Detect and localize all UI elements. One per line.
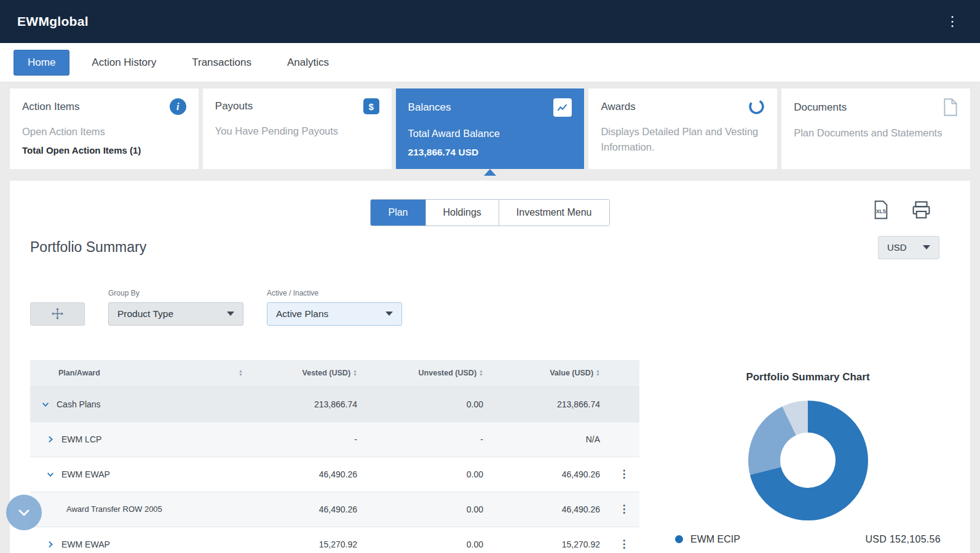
move-button[interactable] xyxy=(30,302,85,326)
table-row-ewm-ewap[interactable]: EWM EWAP15,270.920.0015,270.92⋮ xyxy=(30,527,639,553)
content-row: Plan/Award▲▼Vested (USD)▲▼Unvested (USD)… xyxy=(10,326,970,553)
chevron-right-icon[interactable] xyxy=(46,435,55,444)
card-value: 213,866.74 USD xyxy=(408,147,572,158)
plan-award-label: EWM EWAP xyxy=(61,469,110,479)
plan-award-label: Cash Plans xyxy=(57,399,101,409)
move-icon xyxy=(52,308,63,320)
nav-tab-transactions[interactable]: Transactions xyxy=(178,50,265,75)
column-label: Vested (USD) xyxy=(302,369,351,377)
sort-icon[interactable]: ▲▼ xyxy=(239,369,243,377)
sort-icon[interactable]: ▲▼ xyxy=(479,369,483,377)
active-plans-dropdown[interactable]: Active Plans xyxy=(267,302,402,326)
legend-dot xyxy=(675,535,683,543)
title-row: Portfolio Summary USD xyxy=(10,226,970,259)
segment-holdings[interactable]: Holdings xyxy=(425,200,499,226)
chart-legend: EWM ECIPUSD 152,105.56EWM EWAPUSD 46,490… xyxy=(675,529,941,553)
chevron-down-icon xyxy=(385,312,393,316)
legend-value: USD 152,105.56 xyxy=(865,534,941,545)
table-row-award-transfer-row-2005[interactable]: Award Transfer ROW 200546,490.260.0046,4… xyxy=(30,492,639,527)
chart-title: Portfolio Summary Chart xyxy=(664,371,952,383)
value-value: 46,490.26 xyxy=(492,504,609,514)
chart-column: Portfolio Summary Chart EWM ECIPUSD 152,… xyxy=(639,360,970,553)
card-documents[interactable]: DocumentsPlan Documents and Statements xyxy=(781,88,970,169)
chevron-down-icon xyxy=(17,505,31,520)
column-header-plan-award[interactable]: Plan/Award▲▼ xyxy=(30,369,249,377)
unvested-value: 0.00 xyxy=(366,469,492,479)
nav-tab-home[interactable]: Home xyxy=(14,50,69,76)
main-nav: HomeAction HistoryTransactionsAnalytics xyxy=(0,43,980,82)
card-title: Payouts xyxy=(215,100,253,112)
summary-cards: Action ItemsiOpen Action ItemsTotal Open… xyxy=(0,82,980,169)
table-row-ewm-ewap[interactable]: EWM EWAP46,490.260.0046,490.26⋮ xyxy=(30,457,639,492)
document-icon xyxy=(943,98,958,116)
column-header-unvested-usd[interactable]: Unvested (USD)▲▼ xyxy=(366,369,492,377)
vested-value: - xyxy=(249,434,366,444)
row-menu-icon[interactable]: ⋮ xyxy=(619,538,630,550)
line-chart-icon xyxy=(553,98,572,117)
card-title: Documents xyxy=(794,101,847,114)
top-bar: EWMglobal ⋮ xyxy=(0,0,980,43)
active-inactive-label: Active / Inactive xyxy=(267,289,402,297)
row-menu-icon[interactable]: ⋮ xyxy=(619,468,630,480)
sort-icon[interactable]: ▲▼ xyxy=(596,369,600,377)
plan-award-label: EWM LCP xyxy=(61,434,101,444)
donut-chart xyxy=(748,401,868,520)
column-header-value-usd[interactable]: Value (USD)▲▼ xyxy=(492,369,609,377)
card-title: Action Items xyxy=(22,101,80,113)
active-card-caret xyxy=(484,169,496,176)
card-subtitle: Open Action Items xyxy=(22,124,186,139)
plan-award-label: EWM EWAP xyxy=(61,539,110,549)
nav-tab-analytics[interactable]: Analytics xyxy=(274,50,342,75)
unvested-value: 0.00 xyxy=(366,504,492,514)
chevron-down-icon[interactable] xyxy=(41,400,50,409)
segment-investment-menu[interactable]: Investment Menu xyxy=(499,200,609,226)
brand-logo: EWMglobal xyxy=(17,14,89,29)
portfolio-table: Plan/Award▲▼Vested (USD)▲▼Unvested (USD)… xyxy=(30,360,639,553)
group-by-label: Group By xyxy=(108,289,243,297)
sort-icon[interactable]: ▲▼ xyxy=(353,369,357,377)
unvested-value: 0.00 xyxy=(366,399,492,409)
currency-dropdown[interactable]: USD xyxy=(878,236,939,259)
card-awards[interactable]: AwardsDisplays Detailed Plan and Vesting… xyxy=(588,88,777,169)
nav-tab-action-history[interactable]: Action History xyxy=(78,50,170,75)
overflow-menu-icon[interactable]: ⋮ xyxy=(942,14,963,29)
scroll-down-button[interactable] xyxy=(6,495,42,530)
chevron-down-icon xyxy=(227,312,234,316)
card-action-items[interactable]: Action ItemsiOpen Action ItemsTotal Open… xyxy=(10,88,199,169)
value-value: N/A xyxy=(492,434,609,444)
legend-item-ewm-ewap: EWM EWAPUSD 46,490.26 xyxy=(675,550,941,553)
currency-value: USD xyxy=(887,242,907,253)
page-title: Portfolio Summary xyxy=(30,239,146,256)
vested-value: 15,270.92 xyxy=(249,539,366,549)
chevron-down-icon[interactable] xyxy=(46,470,55,479)
card-balances[interactable]: BalancesTotal Award Balance213,866.74 US… xyxy=(396,88,585,169)
group-by-dropdown[interactable]: Product Type xyxy=(108,302,243,326)
group-by-filter: Group By Product Type xyxy=(108,289,243,326)
value-value: 46,490.26 xyxy=(492,469,609,479)
view-switcher: PlanHoldingsInvestment Menu xyxy=(370,199,609,226)
segment-plan[interactable]: Plan xyxy=(371,200,425,226)
table-body: Cash Plans213,866.740.00213,866.74EWM LC… xyxy=(30,387,639,553)
export-xls-icon[interactable]: XLS xyxy=(872,200,890,219)
column-label: Plan/Award xyxy=(58,369,100,377)
column-header-vested-usd[interactable]: Vested (USD)▲▼ xyxy=(249,369,366,377)
card-title: Awards xyxy=(601,101,635,113)
chevron-down-icon xyxy=(923,245,930,249)
table-row-cash-plans[interactable]: Cash Plans213,866.740.00213,866.74 xyxy=(30,387,639,422)
svg-text:XLS: XLS xyxy=(876,209,886,214)
value-value: 213,866.74 xyxy=(492,399,609,409)
table-header: Plan/Award▲▼Vested (USD)▲▼Unvested (USD)… xyxy=(30,360,639,387)
table-row-ewm-lcp[interactable]: EWM LCP--N/A xyxy=(30,422,639,457)
legend-label: EWM ECIP xyxy=(690,534,740,545)
card-subtitle: Displays Detailed Plan and Vesting Infor… xyxy=(601,124,765,155)
card-title: Balances xyxy=(408,101,451,114)
card-payouts[interactable]: Payouts$You Have Pending Payouts xyxy=(203,88,392,169)
column-label: Unvested (USD) xyxy=(419,369,476,377)
ring-icon xyxy=(748,98,765,115)
print-icon[interactable] xyxy=(912,201,931,219)
card-value: Total Open Action Items (1) xyxy=(22,145,186,155)
group-by-value: Product Type xyxy=(117,308,173,320)
info-icon: i xyxy=(170,98,186,115)
row-menu-icon[interactable]: ⋮ xyxy=(619,503,630,515)
chevron-right-icon[interactable] xyxy=(46,540,55,549)
